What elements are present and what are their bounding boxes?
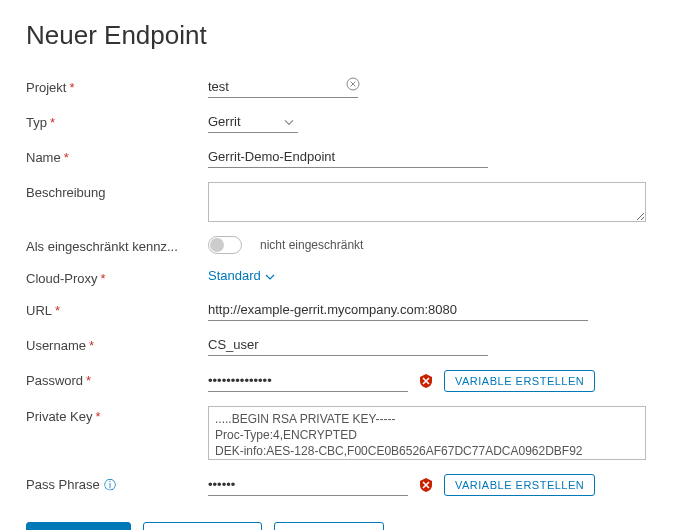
required-mark: * xyxy=(95,409,100,424)
project-input[interactable] xyxy=(208,77,358,98)
label-url: URL* xyxy=(26,300,208,318)
type-select[interactable] xyxy=(208,112,298,133)
row-type: Typ* xyxy=(26,112,662,133)
label-name: Name* xyxy=(26,147,208,165)
row-url: URL* xyxy=(26,300,662,321)
label-restricted: Als eingeschränkt kennz... xyxy=(26,236,208,254)
private-key-textarea[interactable] xyxy=(208,406,646,460)
label-project: Projekt* xyxy=(26,77,208,95)
cloud-proxy-select[interactable]: Standard xyxy=(208,268,275,283)
username-input[interactable] xyxy=(208,335,488,356)
row-password: Password* VARIABLE ERSTELLEN xyxy=(26,370,662,392)
required-mark: * xyxy=(64,150,69,165)
label-type: Typ* xyxy=(26,112,208,130)
row-username: Username* xyxy=(26,335,662,356)
row-project: Projekt* xyxy=(26,77,662,98)
create-variable-password-button[interactable]: VARIABLE ERSTELLEN xyxy=(444,370,595,392)
url-input[interactable] xyxy=(208,300,588,321)
pass-phrase-input[interactable] xyxy=(208,475,408,496)
name-input[interactable] xyxy=(208,147,488,168)
required-mark: * xyxy=(89,338,94,353)
required-mark: * xyxy=(55,303,60,318)
required-mark: * xyxy=(101,271,106,286)
label-private-key: Private Key* xyxy=(26,406,208,424)
clear-project-icon[interactable] xyxy=(346,77,360,95)
row-cloud-proxy: Cloud-Proxy* Standard xyxy=(26,268,662,286)
label-username: Username* xyxy=(26,335,208,353)
row-private-key: Private Key* xyxy=(26,406,662,460)
footer-actions: ERSTELLEN ÜBERPRÜFEN ABBRECHEN xyxy=(26,522,662,530)
info-icon[interactable]: ⓘ xyxy=(104,478,116,492)
label-password: Password* xyxy=(26,370,208,388)
restricted-state-label: nicht eingeschränkt xyxy=(260,238,363,252)
restricted-toggle[interactable] xyxy=(208,236,242,254)
row-name: Name* xyxy=(26,147,662,168)
row-description: Beschreibung xyxy=(26,182,662,222)
cancel-button[interactable]: ABBRECHEN xyxy=(274,522,384,530)
row-restricted: Als eingeschränkt kennz... nicht eingesc… xyxy=(26,236,662,254)
error-icon xyxy=(418,477,434,493)
error-icon xyxy=(418,373,434,389)
form: Projekt* Typ* Name* xyxy=(26,77,662,496)
create-button[interactable]: ERSTELLEN xyxy=(26,522,131,530)
label-description: Beschreibung xyxy=(26,182,208,200)
label-pass-phrase: Pass Phraseⓘ xyxy=(26,474,208,494)
description-textarea[interactable] xyxy=(208,182,646,222)
chevron-down-icon xyxy=(265,268,275,283)
row-pass-phrase: Pass Phraseⓘ VARIABLE ERSTELLEN xyxy=(26,474,662,496)
password-input[interactable] xyxy=(208,371,408,392)
required-mark: * xyxy=(50,115,55,130)
create-variable-passphrase-button[interactable]: VARIABLE ERSTELLEN xyxy=(444,474,595,496)
validate-button[interactable]: ÜBERPRÜFEN xyxy=(143,522,262,530)
label-cloud-proxy: Cloud-Proxy* xyxy=(26,268,208,286)
required-mark: * xyxy=(69,80,74,95)
page-title: Neuer Endpoint xyxy=(26,20,662,51)
required-mark: * xyxy=(86,373,91,388)
